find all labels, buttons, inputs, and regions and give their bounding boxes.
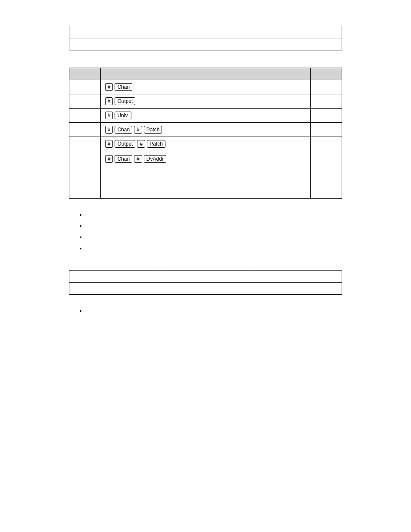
token-group-chan-dvaddr: # Chan # DvAddr [105, 155, 306, 163]
table-cell [160, 38, 251, 50]
table-cell [69, 137, 101, 151]
list-item [86, 212, 342, 219]
table-cell [69, 151, 101, 199]
table-row-tall: # Chan # DvAddr [69, 151, 342, 199]
table-cell [69, 94, 101, 109]
table-cell [251, 283, 342, 295]
table-cell [69, 80, 101, 94]
table-row: # Chan [69, 80, 342, 94]
table-cell-tokens: # Chan # DvAddr [100, 151, 311, 199]
table-cell [69, 26, 160, 38]
table-cell-tokens: # Univ. [100, 109, 311, 123]
hash-token[interactable]: # [105, 155, 113, 163]
table-cell [311, 137, 342, 151]
table1-container [69, 26, 342, 50]
list-item [86, 234, 342, 242]
table-row: # Univ. [69, 109, 342, 123]
table-cell [311, 80, 342, 94]
table-cell [69, 38, 160, 50]
col-header-2 [100, 68, 311, 80]
token-row-chan: # Chan [105, 83, 306, 91]
table-row: # Chan # Patch [69, 123, 342, 137]
hash-token[interactable]: # [105, 83, 113, 91]
output-token[interactable]: Output [115, 140, 135, 148]
table-cell-tokens: # Output [100, 94, 311, 109]
output-token[interactable]: Output [115, 97, 135, 105]
table-cell-tokens: # Output # Patch [100, 137, 311, 151]
list-item [86, 223, 342, 230]
table-cell [311, 123, 342, 137]
table-cell [160, 26, 251, 38]
token-row-chan-hash: # Chan # [105, 125, 143, 134]
token-row-chan-hash2: # Chan # [105, 155, 143, 163]
table-cell [69, 283, 160, 295]
col-header-1 [69, 68, 101, 80]
table-cell [311, 94, 342, 109]
hash-token[interactable]: # [105, 97, 113, 105]
table2: # Chan # Output [69, 68, 342, 199]
token-row-output-hash: # Output # [105, 140, 146, 148]
list-item [86, 308, 342, 315]
table-row: # Output # Patch [69, 137, 342, 151]
hash-token[interactable]: # [105, 126, 113, 134]
patch-token[interactable]: Patch [144, 126, 162, 134]
table-cell [251, 271, 342, 283]
table-cell-tokens: # Chan # Patch [100, 123, 311, 137]
table2-container: # Chan # Output [69, 68, 342, 199]
hash-token-3[interactable]: # [134, 155, 142, 163]
table-row [69, 26, 342, 38]
table-header-row [69, 68, 342, 80]
chan-token[interactable]: Chan [115, 83, 132, 91]
table-cell [251, 26, 342, 38]
table-row [69, 271, 342, 283]
token-row-patch: Patch [144, 125, 163, 134]
table3-container [69, 270, 342, 295]
table-row [69, 38, 342, 50]
token-row-patch2: Patch [147, 140, 166, 148]
token-group-chan-patch: # Chan # Patch [105, 125, 306, 134]
table-row: # Output [69, 94, 342, 109]
table-cell [251, 38, 342, 50]
table1 [69, 26, 342, 50]
token-group-output-patch: # Output # Patch [105, 140, 306, 148]
col-header-3 [311, 68, 342, 80]
list-item [86, 245, 342, 253]
table3 [69, 270, 342, 295]
table-cell-tokens: # Chan [100, 80, 311, 94]
table-cell [160, 271, 251, 283]
bullet-list-2 [86, 308, 342, 315]
table-row [69, 283, 342, 295]
hash-token-2[interactable]: # [134, 126, 142, 134]
chan-token[interactable]: Chan [115, 155, 132, 163]
chan-token[interactable]: Chan [115, 126, 132, 134]
token-row-univ: # Univ. [105, 111, 306, 120]
table-cell [69, 123, 101, 137]
hash-token[interactable]: # [105, 112, 113, 119]
token-row-output: # Output [105, 97, 306, 106]
table-cell [69, 109, 101, 123]
univ-token[interactable]: Univ. [115, 112, 131, 119]
table-cell [311, 151, 342, 199]
table-cell [69, 271, 160, 283]
hash-token-2[interactable]: # [137, 140, 145, 148]
bullet-list-1 [86, 212, 342, 253]
token-row-dvaddr: DvAddr [144, 155, 167, 163]
table-cell [311, 109, 342, 123]
patch-token[interactable]: Patch [147, 140, 165, 148]
dvaddr-token[interactable]: DvAddr [144, 155, 166, 163]
hash-token[interactable]: # [105, 140, 113, 148]
table-cell [160, 283, 251, 295]
